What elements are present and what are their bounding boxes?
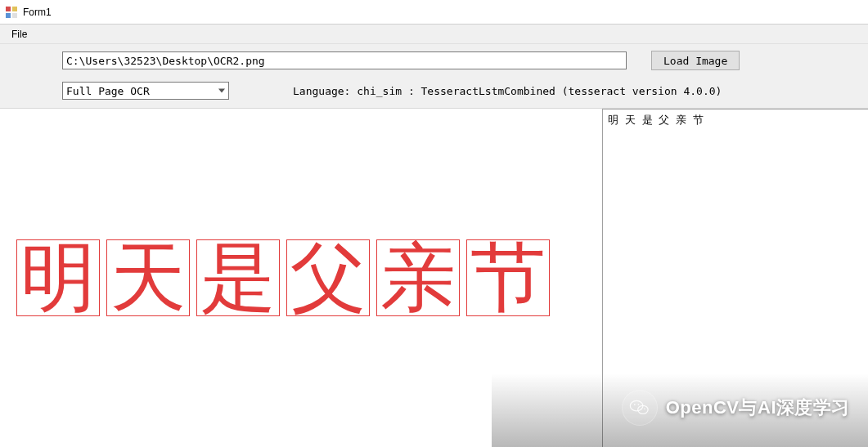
image-preview-pane: 明 天 是 父 亲 节 [0,109,602,447]
window-title: Form1 [23,7,52,18]
app-icon [5,6,18,19]
chevron-down-icon [218,89,225,93]
char-glyph: 是 [200,240,276,315]
char-glyph: 父 [290,240,366,315]
content-area: 明 天 是 父 亲 节 明 天 是 父 亲 节 [0,109,868,447]
char-box: 父 [286,239,370,316]
titlebar: Form1 [0,0,868,25]
char-glyph: 明 [20,240,96,315]
language-label: Language: chi_sim : TesseractLstmCombine… [293,85,722,97]
char-box: 天 [106,239,190,316]
ocr-character-boxes: 明 天 是 父 亲 节 [16,239,550,316]
ocr-result-text: 明 天 是 父 亲 节 [608,114,704,126]
svg-rect-3 [12,13,17,18]
char-box: 节 [466,239,550,316]
char-box: 亲 [376,239,460,316]
ocr-mode-value: Full Page OCR [66,85,150,97]
char-glyph: 节 [470,240,546,315]
file-path-input[interactable] [62,51,627,69]
toolbar: Load Image Full Page OCR Language: chi_s… [0,44,868,109]
menu-file[interactable]: File [7,27,32,42]
char-glyph: 亲 [380,240,456,315]
svg-rect-0 [6,7,11,11]
ocr-result-textbox[interactable]: 明 天 是 父 亲 节 [602,109,868,447]
svg-rect-1 [12,7,17,11]
svg-rect-2 [6,13,11,18]
char-box: 明 [16,239,100,316]
menubar: File [0,25,868,44]
char-glyph: 天 [110,240,186,315]
load-image-button[interactable]: Load Image [651,51,740,70]
ocr-mode-select[interactable]: Full Page OCR [62,82,229,100]
char-box: 是 [196,239,280,316]
